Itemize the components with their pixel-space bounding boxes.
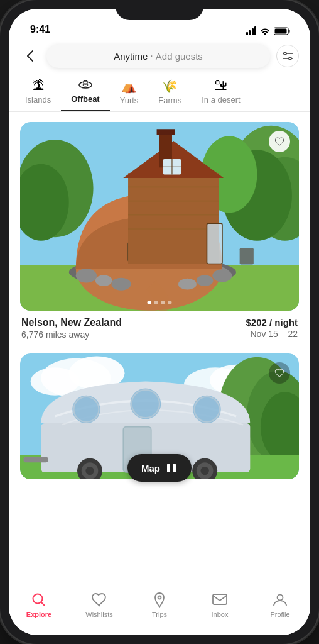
svg-point-43 [178,279,197,290]
inbox-label: Inbox [212,611,229,618]
map-pause-icon [165,462,178,474]
tab-farms[interactable]: 🌾 Farms [148,75,192,111]
yurts-icon: ⛺ [121,79,137,94]
signal-icon [246,26,257,35]
phone-screen: 9:41 [9,9,310,635]
search-guests: Add guests [156,51,203,62]
listing-distance: 6,776 miles away [21,330,122,340]
listing-image-1 [20,122,299,311]
svg-point-9 [79,82,92,88]
search-separator: · [150,50,153,62]
nav-wishlists[interactable]: Wishlists [69,591,129,618]
svg-rect-72 [24,457,48,462]
svg-rect-73 [167,464,170,472]
dot-1 [148,301,151,304]
status-time: 9:41 [30,24,50,35]
explore-label: Explore [26,611,51,618]
svg-rect-2 [275,28,287,33]
svg-point-58 [72,396,100,423]
explore-icon [31,592,47,608]
svg-point-40 [76,269,97,282]
yurts-label: Yurts [120,96,139,105]
status-icons [246,26,291,35]
listing-card-1[interactable]: Nelson, New Zealand 6,776 miles away $20… [20,122,299,343]
listing-details-left: Nelson, New Zealand 6,776 miles away [21,317,122,340]
map-button[interactable]: Map [127,454,192,482]
wishlist-button-1[interactable] [269,131,290,152]
islands-label: Islands [25,95,51,104]
search-anytime: Anytime [114,51,148,62]
tab-offbeat[interactable]: Offbeat [61,74,110,111]
svg-point-71 [200,467,208,475]
nav-trips[interactable]: Trips [129,591,190,618]
svg-point-68 [85,467,94,475]
phone-shell: 9:41 [0,0,319,644]
listing-info-1: Nelson, New Zealand 6,776 miles away $20… [20,311,299,343]
listing-details-right: $202 / night Nov 15 – 22 [246,317,298,339]
desert-icon: 🏜 [215,79,227,93]
farms-label: Farms [158,96,181,105]
profile-icon [272,592,288,608]
svg-rect-46 [240,248,254,265]
category-tabs: 🏝 Islands Offbeat ⛺ Yurts 🌾 F [9,68,310,111]
filter-button[interactable] [276,45,299,67]
svg-point-45 [212,269,232,282]
dot-3 [161,301,165,304]
nav-explore[interactable]: Explore [9,591,69,618]
svg-point-60 [130,389,161,419]
house-scene-svg [20,122,299,311]
svg-rect-38 [207,223,222,264]
tab-desert[interactable]: 🏜 In a desert [192,75,250,111]
farms-icon: 🌾 [162,79,178,94]
search-area: Anytime · Add guests [9,39,310,68]
back-button[interactable] [20,46,40,66]
tab-yurts[interactable]: ⛺ Yurts [110,75,149,111]
profile-label: Profile [270,611,289,618]
offbeat-label: Offbeat [71,94,100,104]
svg-rect-1 [289,30,290,33]
svg-line-76 [41,602,45,606]
islands-icon: 🏝 [32,79,45,93]
dot-2 [154,301,158,304]
svg-rect-30 [157,129,175,135]
main-content: Nelson, New Zealand 6,776 miles away $20… [9,112,310,584]
svg-rect-74 [173,464,176,472]
svg-point-50 [31,367,80,395]
svg-point-41 [95,275,112,286]
listing-price: $202 / night [246,317,298,328]
offbeat-icon [78,78,92,92]
nav-profile[interactable]: Profile [250,591,310,618]
map-label: Map [141,463,160,474]
tab-islands[interactable]: 🏝 Islands [15,75,61,111]
svg-point-77 [278,595,283,601]
svg-point-62 [193,396,220,423]
image-dots-1 [148,301,172,304]
trips-label: Trips [152,611,167,618]
desert-label: In a desert [202,95,240,104]
svg-point-42 [111,278,131,291]
wishlists-icon [91,592,107,608]
wifi-icon [259,26,271,35]
dot-4 [168,301,172,304]
listing-location: Nelson, New Zealand [21,317,122,328]
nav-inbox[interactable]: Inbox [190,591,250,618]
wishlist-button-2[interactable] [269,362,290,384]
inbox-icon [212,592,228,608]
svg-point-44 [197,275,214,286]
search-pill[interactable]: Anytime · Add guests [46,44,270,68]
listing-dates: Nov 15 – 22 [246,329,298,339]
wishlists-label: Wishlists [85,611,112,618]
notch [116,0,203,20]
battery-icon [274,27,290,35]
bottom-nav: Explore Wishlists Trips Inbox [9,584,310,635]
trips-icon [151,592,168,608]
